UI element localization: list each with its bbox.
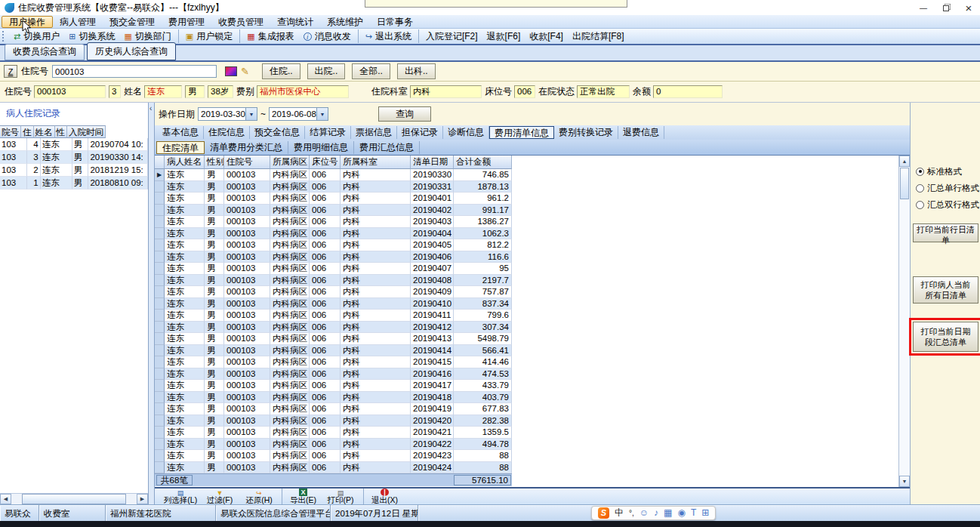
scroll-left-icon[interactable] [0, 494, 11, 504]
search-scope-button[interactable]: 出科.. [397, 63, 436, 79]
admission-record-row[interactable]: 103 1 连东 男 20180810 09: [0, 177, 148, 190]
grid-row[interactable]: 连东 男 000103 内科病区 006 内科 20190416 474.53 [155, 368, 512, 381]
grid-row[interactable]: 连东 男 000103 内科病区 006 内科 20190403 1386.27 [155, 216, 512, 228]
skin-icon[interactable]: T [691, 507, 696, 519]
search-scope-button[interactable]: 住院.. [262, 63, 300, 79]
dropdown-arrow-icon[interactable] [316, 108, 328, 120]
column-header[interactable]: 住院号 [224, 156, 270, 169]
search-scope-button[interactable]: 出院.. [307, 63, 346, 79]
column-header[interactable]: 合计金额 [454, 156, 512, 169]
menu-item[interactable]: 查询统计 [270, 16, 320, 28]
grid-row[interactable]: 连东 男 000103 内科病区 006 内科 20190411 799.6 [155, 310, 512, 322]
grid-row[interactable]: 连东 男 000103 内科病区 006 内科 20190422 494.78 [155, 439, 512, 451]
menu-item[interactable]: 预交金管理 [103, 16, 162, 28]
toolbar-button[interactable]: 入院登记[F2] [418, 29, 482, 43]
search-input[interactable] [52, 65, 217, 78]
grid-row[interactable]: 连东 男 000103 内科病区 006 内科 20190417 433.79 [155, 380, 512, 392]
toolbar-button[interactable]: ▣ 用户锁定 [178, 29, 237, 43]
info-tab[interactable]: 费用清单信息 [489, 126, 554, 139]
close-icon[interactable] [957, 0, 980, 15]
print-button[interactable]: 打印当前日期 段汇总清单 [913, 322, 978, 352]
grid-row[interactable]: 连东 男 000103 内科病区 006 内科 20190413 5498.79 [155, 333, 512, 345]
scroll-right-icon[interactable] [137, 494, 148, 504]
print-button[interactable]: 打印病人当前 所有日清单 [913, 276, 978, 304]
grid-row[interactable]: ▶ 连东 男 000103 内科病区 006 内科 20190330 746.8… [155, 169, 512, 181]
left-column-header[interactable]: 院号 [0, 125, 21, 138]
grid-row[interactable]: 连东 男 000103 内科病区 006 内科 20190414 566.41 [155, 345, 512, 357]
account-icon[interactable]: ◉ [677, 507, 685, 519]
minimize-icon[interactable] [912, 0, 935, 15]
toolbar-button[interactable]: ⊞ 切换系统 [64, 29, 119, 43]
left-horizontal-scrollbar[interactable] [0, 493, 148, 504]
info-tab[interactable]: 退费信息 [618, 126, 664, 139]
date-from-combobox[interactable]: 2019-03-30 [198, 107, 257, 121]
grid-row[interactable]: 连东 男 000103 内科病区 006 内科 20190401 961.2 [155, 193, 512, 205]
grid-row[interactable]: 连东 男 000103 内科病区 006 内科 20190424 88 [155, 462, 512, 474]
scroll-track[interactable] [11, 494, 137, 504]
print-button[interactable]: 打印当前行日清单 [913, 223, 978, 242]
grid-row[interactable]: 连东 男 000103 内科病区 006 内科 20190405 812.2 [155, 239, 512, 251]
toolbar-button[interactable]: ↪ 退出系统 [358, 29, 416, 43]
grid-action-button[interactable]: ▤ 打印(P) [321, 488, 360, 505]
search-scope-button[interactable]: 全部.. [352, 63, 390, 79]
column-header[interactable]: 清单日期 [411, 156, 454, 169]
info-tab[interactable]: 住院信息 [204, 126, 250, 139]
menu-item[interactable]: 费用管理 [162, 16, 211, 28]
left-column-header[interactable]: 入院时间 [67, 125, 106, 138]
grid-row[interactable]: 连东 男 000103 内科病区 006 内科 20190408 2197.7 [155, 275, 512, 287]
info-tab[interactable]: 票据信息 [351, 126, 397, 139]
admission-record-row[interactable]: 103 2 连东 男 20181219 15: [0, 164, 148, 177]
toolbar-button[interactable]: ⇄ 切换用户 [9, 29, 64, 43]
grid-row[interactable]: 连东 男 000103 内科病区 006 内科 20190407 95 [155, 263, 512, 275]
grid-action-button[interactable]: X 导出(E) [282, 488, 321, 505]
grid-vertical-scrollbar[interactable] [898, 156, 910, 487]
scroll-down-icon[interactable] [899, 476, 910, 487]
chinese-mode-icon[interactable]: 中 [615, 507, 624, 519]
menu-item[interactable]: 系统维护 [320, 16, 370, 28]
toolbar-button[interactable]: 退款[F6] [482, 29, 525, 43]
grid-row[interactable]: 连东 男 000103 内科病区 006 内科 20190418 403.79 [155, 392, 512, 404]
clear-brush-icon[interactable] [241, 66, 249, 77]
grid-row[interactable]: 连东 男 000103 内科病区 006 内科 20190331 1878.13 [155, 181, 512, 193]
sogou-logo[interactable]: S [598, 507, 609, 519]
info-tab[interactable]: 诊断信息 [443, 126, 489, 139]
scroll-up-icon[interactable] [899, 156, 910, 167]
column-header[interactable]: 性别 [205, 156, 224, 169]
column-header[interactable]: 床位号 [310, 156, 341, 169]
grid-row[interactable]: 连东 男 000103 内科病区 006 内科 20190421 1359.5 [155, 427, 512, 439]
punctuation-icon[interactable]: °, [629, 507, 634, 519]
column-header[interactable]: 所属科室 [341, 156, 411, 169]
info-tab[interactable]: 结算记录 [305, 126, 351, 139]
menu-item[interactable]: 日常事务 [370, 16, 420, 28]
admission-record-row[interactable]: 103 3 连东 男 20190330 14: [0, 151, 148, 164]
sub-tab[interactable]: 费用明细信息 [288, 141, 354, 154]
grid-action-button[interactable]: | 退出(X) [363, 488, 402, 505]
z-button[interactable]: Z [4, 65, 17, 78]
left-column-header[interactable]: 住 [21, 125, 34, 138]
grid-row[interactable]: 连东 男 000103 内科病区 006 内科 20190415 414.46 [155, 356, 512, 368]
query-button[interactable]: 查询 [378, 106, 431, 122]
column-header[interactable]: 病人姓名 [165, 156, 205, 169]
toolbar-button[interactable]: 出院结算[F8] [568, 29, 629, 43]
grid-row[interactable]: 连东 男 000103 内科病区 006 内科 20190423 88 [155, 450, 512, 462]
view-tab[interactable]: 收费员综合查询 [5, 44, 85, 60]
grid-row[interactable]: 连东 男 000103 内科病区 006 内科 20190412 307.34 [155, 322, 512, 334]
scroll-thumb[interactable] [900, 168, 909, 199]
grid-action-button[interactable]: ▤ 列选择(L) [161, 488, 200, 505]
scroll-thumb[interactable] [22, 494, 126, 504]
info-tab[interactable]: 预交金信息 [250, 126, 305, 139]
dropdown-arrow-icon[interactable] [245, 108, 257, 120]
keyboard-icon[interactable]: ▦ [664, 507, 672, 519]
column-header[interactable]: 所属病区 [270, 156, 310, 169]
restore-icon[interactable] [935, 0, 957, 15]
toolbar-button[interactable]: ▦ 集成报表 [239, 29, 298, 43]
info-tab[interactable]: 基本信息 [158, 126, 204, 139]
toolbar-button[interactable]: 收款[F4] [525, 29, 568, 43]
admission-record-row[interactable]: 103 4 连东 男 20190704 10: [0, 138, 148, 151]
info-tab[interactable]: 担保记录 [397, 126, 443, 139]
info-tab[interactable]: 费别转换记录 [554, 126, 618, 139]
grid-action-button[interactable]: ↪ 还原(H) [239, 488, 279, 505]
grid-row[interactable]: 连东 男 000103 内科病区 006 内科 20190409 757.87 [155, 286, 512, 298]
toolbox-icon[interactable]: ⊞ [701, 507, 709, 519]
menu-item[interactable]: 收费员管理 [211, 16, 270, 28]
